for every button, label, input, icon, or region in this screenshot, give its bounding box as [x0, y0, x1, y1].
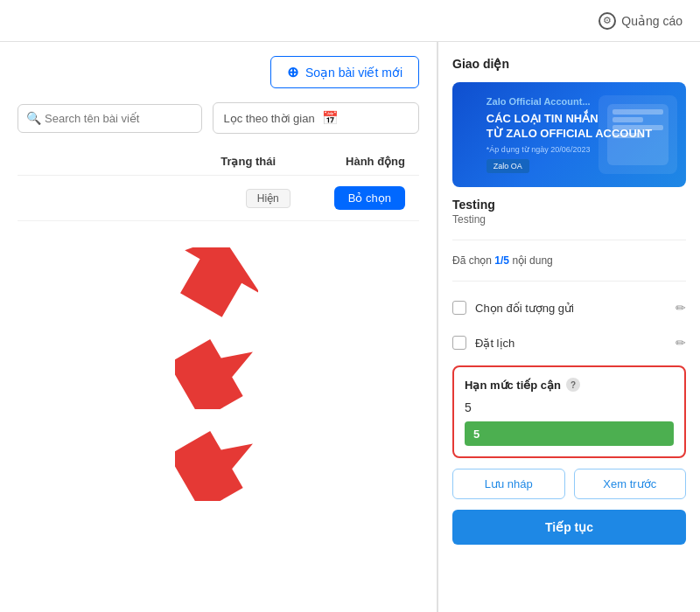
han-muc-section: Hạn mức tiếp cận ? 5 5	[452, 365, 686, 458]
zalo-banner: Zalo Official Account... CÁC LOẠI TIN NH…	[452, 82, 686, 187]
date-filter[interactable]: Lọc theo thời gian 📅	[213, 102, 420, 134]
xem-truoc-button[interactable]: Xem trước	[574, 469, 687, 499]
search-icon: 🔍	[26, 111, 41, 125]
dat-lich-label: Đặt lịch	[452, 336, 514, 350]
arrow-1	[179, 247, 258, 317]
selected-count: 1/5	[494, 254, 509, 267]
divider-2	[452, 281, 686, 282]
dat-lich-checkbox[interactable]	[452, 336, 466, 350]
date-filter-label: Lọc theo thời gian	[224, 112, 315, 125]
divider-1	[452, 240, 686, 240]
bo-chon-button[interactable]: Bỏ chọn	[334, 186, 405, 210]
banner-content: Zalo Official Account... CÁC LOẠI TIN NH…	[476, 86, 662, 184]
left-panel: ⊕ Soạn bài viết mới 🔍 Lọc theo thời gian…	[0, 42, 438, 612]
gear-icon: ⚙	[598, 12, 616, 30]
chon-doi-tuong-text: Chọn đối tượng gửi	[475, 302, 574, 315]
calendar-icon: 📅	[322, 110, 339, 126]
ads-label: Quảng cáo	[621, 14, 682, 28]
plus-icon: ⊕	[287, 64, 298, 80]
col-status: Trạng thái	[220, 155, 276, 168]
status-badge: Hiện	[246, 189, 290, 208]
dat-lich-text: Đặt lịch	[475, 337, 514, 350]
progress-bar-label: 5	[473, 428, 480, 441]
arrows-area	[18, 247, 419, 501]
banner-subtitle: *Áp dụng từ ngày 20/06/2023	[486, 145, 652, 154]
bottom-btn-row: Lưu nháp Xem trước	[452, 469, 686, 499]
table-row: Hiện Bỏ chọn	[18, 176, 419, 221]
ads-button[interactable]: ⚙ Quảng cáo	[598, 12, 682, 30]
compose-button[interactable]: ⊕ Soạn bài viết mới	[270, 56, 419, 88]
tiep-tuc-button[interactable]: Tiếp tục	[452, 510, 686, 545]
chon-doi-tuong-edit-icon[interactable]: ✏	[676, 301, 686, 315]
search-input-wrap: 🔍	[18, 104, 202, 133]
han-muc-value: 5	[465, 400, 674, 414]
search-input[interactable]	[18, 104, 202, 133]
banner-title: CÁC LOẠI TIN NHẮNTỪ ZALO OFFICIAL ACCOUN…	[486, 112, 652, 142]
dat-lich-edit-icon[interactable]: ✏	[676, 336, 686, 350]
banner-cta: Zalo OA	[486, 159, 529, 173]
chon-doi-tuong-row: Chọn đối tượng gửi ✏	[452, 296, 686, 320]
testing-sub: Testing	[452, 213, 686, 226]
luu-nhap-button[interactable]: Lưu nháp	[452, 469, 565, 499]
han-muc-title: Hạn mức tiếp cận ?	[465, 378, 674, 392]
dat-lich-row: Đặt lịch ✏	[452, 330, 686, 355]
main-layout: ⊕ Soạn bài viết mới 🔍 Lọc theo thời gian…	[0, 42, 700, 612]
testing-title: Testing	[452, 198, 686, 212]
banner-logo: Zalo Official Account...	[486, 96, 652, 107]
top-bar: ⚙ Quảng cáo	[0, 0, 700, 42]
selected-info: Đã chọn 1/5 nội dung	[452, 254, 686, 267]
han-muc-title-text: Hạn mức tiếp cận	[465, 379, 561, 392]
svg-marker-0	[179, 247, 258, 317]
progress-bar: 5	[465, 421, 674, 446]
col-action: Hành động	[346, 155, 405, 168]
filter-row: 🔍 Lọc theo thời gian 📅	[18, 102, 419, 134]
testing-block: Testing Testing	[452, 198, 686, 226]
table-header: Trạng thái Hành động	[18, 148, 419, 176]
red-arrow-2	[175, 427, 262, 501]
chon-doi-tuong-checkbox[interactable]	[452, 301, 466, 315]
chon-doi-tuong-label: Chọn đối tượng gửi	[452, 301, 574, 315]
section-title: Giao diện	[452, 56, 686, 72]
compose-label: Soạn bài viết mới	[305, 66, 402, 80]
help-icon[interactable]: ?	[566, 378, 580, 392]
red-arrow-1	[175, 335, 262, 409]
right-panel: Giao diện Zalo Official Account... CÁC L…	[438, 42, 700, 612]
